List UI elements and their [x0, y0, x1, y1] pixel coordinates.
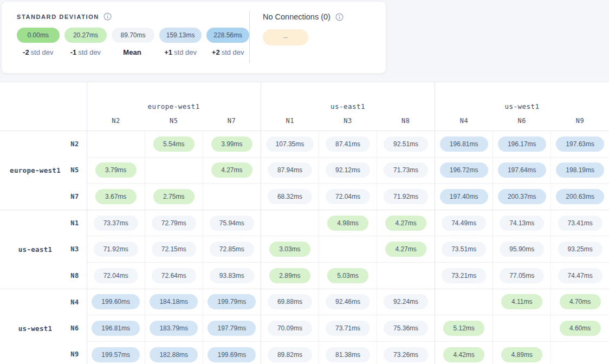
latency-chip[interactable]: 74.49ms: [442, 216, 486, 231]
column-header-n5: N5: [145, 110, 203, 131]
latency-cell: 72.15ms: [145, 236, 203, 263]
latency-chip[interactable]: 4.89ms: [501, 347, 542, 362]
latency-chip[interactable]: 4.70ms: [560, 294, 601, 309]
latency-chip[interactable]: 4.60ms: [560, 321, 601, 336]
latency-cell: 93.83ms: [203, 262, 261, 289]
self-cell: [203, 184, 261, 210]
latency-cell: 107.35ms: [261, 131, 319, 158]
latency-chip[interactable]: 5.54ms: [153, 136, 195, 152]
latency-chip[interactable]: 73.21ms: [442, 268, 486, 283]
latency-cell: 72.04ms: [319, 184, 377, 210]
latency-chip[interactable]: 199.69ms: [208, 347, 256, 362]
latency-chip[interactable]: 3.79ms: [95, 162, 137, 178]
latency-chip[interactable]: 196.81ms: [92, 321, 140, 336]
column-header-n7: N7: [203, 110, 261, 131]
latency-chip[interactable]: 4.27ms: [211, 162, 252, 178]
latency-chip[interactable]: 89.82ms: [268, 347, 312, 362]
latency-chip[interactable]: 72.15ms: [152, 242, 196, 257]
latency-chip[interactable]: 107.35ms: [266, 136, 314, 152]
latency-chip[interactable]: 200.63ms: [556, 189, 604, 204]
latency-chip[interactable]: 5.12ms: [443, 321, 484, 336]
latency-chip[interactable]: 74.13ms: [500, 216, 544, 231]
latency-chip[interactable]: 75.36ms: [384, 321, 428, 336]
latency-chip[interactable]: 73.41ms: [558, 216, 602, 231]
info-icon[interactable]: [103, 12, 112, 21]
latency-chip[interactable]: 3.67ms: [95, 189, 137, 204]
latency-cell: 75.94ms: [203, 210, 261, 236]
self-cell: [435, 289, 493, 315]
latency-chip[interactable]: 75.94ms: [210, 216, 254, 231]
latency-chip[interactable]: 92.24ms: [384, 294, 428, 309]
latency-chip[interactable]: 71.92ms: [94, 242, 138, 257]
info-icon[interactable]: [335, 13, 344, 21]
latency-chip[interactable]: 72.04ms: [94, 268, 138, 283]
latency-chip[interactable]: 69.88ms: [268, 294, 312, 309]
latency-chip[interactable]: 71.92ms: [384, 189, 428, 204]
latency-chip[interactable]: 5.03ms: [327, 268, 368, 283]
latency-chip[interactable]: 196.72ms: [440, 162, 488, 178]
latency-chip[interactable]: 197.64ms: [498, 162, 546, 178]
latency-chip[interactable]: 74.47ms: [558, 268, 602, 283]
latency-chip[interactable]: 197.40ms: [440, 189, 488, 204]
latency-chip[interactable]: 72.85ms: [210, 242, 254, 257]
latency-chip[interactable]: 197.63ms: [556, 136, 604, 152]
legend-label-plus2: +2std dev: [206, 48, 249, 56]
latency-cell: 5.12ms: [435, 315, 493, 342]
latency-chip[interactable]: 196.81ms: [440, 136, 488, 152]
latency-chip[interactable]: 196.17ms: [498, 136, 546, 152]
latency-chip[interactable]: 198.19ms: [556, 162, 604, 178]
matrix-row-n4: us-west1N4199.60ms184.18ms199.79ms69.88m…: [0, 289, 609, 315]
row-group-us-east1: us-east1: [0, 210, 70, 289]
latency-chip[interactable]: 4.42ms: [443, 347, 484, 362]
latency-chip[interactable]: 199.79ms: [208, 294, 256, 309]
latency-chip[interactable]: 92.51ms: [384, 136, 428, 152]
latency-chip[interactable]: 4.27ms: [385, 216, 426, 231]
latency-cell: 4.11ms: [493, 289, 551, 315]
latency-cell: 73.51ms: [435, 236, 493, 263]
latency-chip[interactable]: 92.12ms: [326, 162, 370, 178]
latency-cell: 196.81ms: [87, 315, 145, 342]
latency-chip[interactable]: 182.88ms: [150, 347, 198, 362]
latency-chip[interactable]: 4.11ms: [501, 294, 542, 309]
latency-chip[interactable]: 73.26ms: [384, 347, 428, 362]
latency-chip[interactable]: 2.89ms: [269, 268, 310, 283]
latency-chip[interactable]: 68.32ms: [268, 189, 312, 204]
latency-chip[interactable]: 81.38ms: [326, 347, 370, 362]
latency-chip[interactable]: 199.60ms: [92, 294, 140, 309]
legend-chip-minus1: 20.27ms: [64, 28, 107, 43]
matrix-row-n7: N73.67ms2.75ms68.32ms72.04ms71.92ms197.4…: [0, 184, 609, 210]
latency-chip[interactable]: 71.73ms: [384, 162, 428, 178]
row-header-n8: N8: [70, 262, 87, 289]
latency-chip[interactable]: 73.71ms: [326, 321, 370, 336]
latency-chip[interactable]: 73.37ms: [94, 216, 138, 231]
matrix-header-node-row: N2N5N7N1N3N8N4N6N9: [0, 110, 609, 131]
latency-chip[interactable]: 87.94ms: [268, 162, 312, 178]
latency-chip[interactable]: 73.51ms: [442, 242, 486, 257]
latency-chip[interactable]: 72.79ms: [152, 216, 196, 231]
latency-cell: 73.37ms: [87, 210, 145, 236]
latency-chip[interactable]: 72.64ms: [152, 268, 196, 283]
latency-cell: 70.09ms: [261, 315, 319, 342]
latency-chip[interactable]: 200.37ms: [498, 189, 546, 204]
latency-chip[interactable]: 184.18ms: [150, 294, 198, 309]
matrix-header-group-row: europe-west1us-east1us-west1: [0, 82, 609, 111]
latency-chip[interactable]: 70.09ms: [268, 321, 312, 336]
latency-chip[interactable]: 92.46ms: [326, 294, 370, 309]
column-header-n2: N2: [87, 110, 145, 131]
latency-chip[interactable]: 2.75ms: [153, 189, 195, 204]
latency-chip[interactable]: 197.79ms: [208, 321, 256, 336]
latency-chip[interactable]: 93.25ms: [558, 242, 602, 257]
latency-chip[interactable]: 72.04ms: [326, 189, 370, 204]
latency-chip[interactable]: 77.05ms: [500, 268, 544, 283]
latency-chip[interactable]: 4.27ms: [385, 242, 426, 257]
latency-chip[interactable]: 4.98ms: [327, 216, 368, 231]
latency-chip[interactable]: 93.83ms: [210, 268, 254, 283]
latency-chip[interactable]: 183.79ms: [150, 321, 198, 336]
latency-chip[interactable]: 3.03ms: [269, 242, 310, 257]
latency-chip[interactable]: 199.57ms: [92, 347, 140, 362]
latency-chip[interactable]: 3.99ms: [211, 136, 252, 152]
latency-cell: 92.24ms: [377, 289, 435, 315]
latency-cell: 183.79ms: [145, 315, 203, 342]
latency-chip[interactable]: 87.41ms: [326, 136, 370, 152]
latency-chip[interactable]: 95.90ms: [500, 242, 544, 257]
